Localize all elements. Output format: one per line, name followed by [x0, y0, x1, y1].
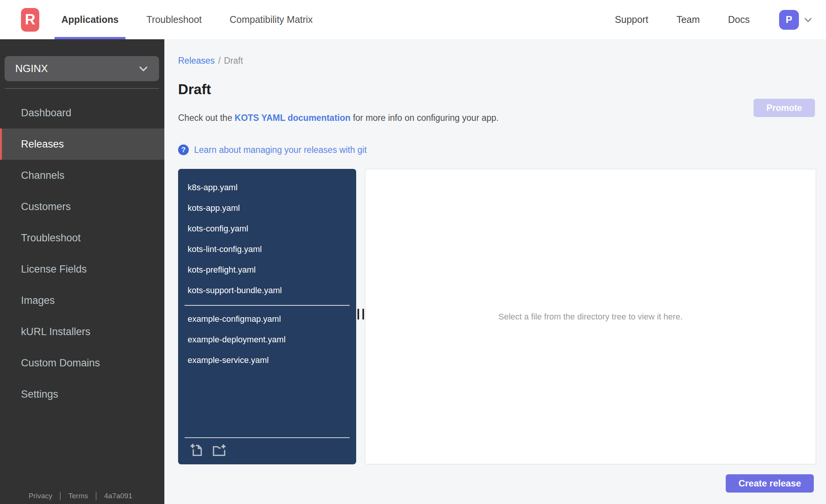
help-icon[interactable]: ?	[178, 144, 189, 155]
file-viewer-placeholder: Select a file from the directory tree to…	[498, 312, 683, 322]
primary-tabs: Applications Troubleshoot Compatibility …	[55, 0, 320, 39]
footer-separator	[96, 492, 96, 500]
terms-link[interactable]: Terms	[68, 492, 88, 500]
new-file-button[interactable]	[189, 443, 205, 459]
release-editor-panels: k8s-app.yaml kots-app.yaml kots-config.y…	[178, 169, 816, 464]
footer-separator	[60, 492, 61, 500]
file-item[interactable]: kots-config.yaml	[178, 218, 356, 239]
avatar-initial: P	[786, 14, 792, 26]
file-item[interactable]: kots-support-bundle.yaml	[178, 280, 356, 301]
tree-spacer	[178, 371, 356, 437]
create-release-button[interactable]: Create release	[726, 474, 814, 493]
resize-handle-bar	[357, 309, 359, 319]
sidebar-footer: Privacy Terms 4a7a091	[29, 492, 132, 500]
git-releases-help-link[interactable]: Learn about managing your releases with …	[194, 145, 367, 155]
resize-handle-bar	[362, 309, 364, 319]
nav-support[interactable]: Support	[615, 14, 648, 25]
nav-docs[interactable]: Docs	[728, 14, 750, 25]
chevron-down-icon[interactable]	[802, 14, 814, 26]
sidebar-item-customers[interactable]: Customers	[0, 191, 164, 222]
file-tree-panel: k8s-app.yaml kots-app.yaml kots-config.y…	[178, 169, 356, 464]
header-links: Support Team Docs	[615, 14, 750, 25]
tab-label: Compatibility Matrix	[230, 14, 313, 25]
sidebar-item-kurl-installers[interactable]: kURL Installers	[0, 316, 164, 347]
logo-letter: R	[25, 11, 35, 28]
sidebar-item-dashboard[interactable]: Dashboard	[0, 97, 164, 128]
breadcrumb-releases-link[interactable]: Releases	[178, 56, 215, 65]
file-item[interactable]: example-service.yaml	[178, 350, 356, 371]
page-title: Draft	[178, 81, 816, 98]
panel-gutter	[356, 169, 365, 464]
sidebar-item-channels[interactable]: Channels	[0, 160, 164, 191]
page-description: Check out the KOTS YAML documentation fo…	[178, 112, 816, 123]
build-hash: 4a7a091	[104, 492, 132, 500]
file-item[interactable]: kots-preflight.yaml	[178, 260, 356, 280]
file-group-divider	[185, 305, 350, 306]
kots-yaml-docs-link[interactable]: KOTS YAML documentation	[235, 113, 350, 123]
chevron-down-icon	[137, 62, 150, 75]
tab-label: Troubleshoot	[146, 14, 202, 25]
file-item[interactable]: example-deployment.yaml	[178, 329, 356, 350]
app-selector-dropdown[interactable]: NGINX	[5, 56, 159, 81]
description-suffix: for more info on configuring your app.	[350, 113, 499, 123]
app-sidebar: NGINX Dashboard Releases Channels Custom…	[0, 39, 164, 504]
tree-actions	[178, 438, 356, 464]
file-item[interactable]: kots-app.yaml	[178, 198, 356, 218]
breadcrumb-separator: /	[218, 56, 220, 65]
new-folder-button[interactable]	[211, 443, 227, 459]
git-help-row: ? Learn about managing your releases wit…	[178, 144, 816, 155]
privacy-link[interactable]: Privacy	[29, 492, 52, 500]
new-folder-icon	[211, 443, 227, 459]
replicated-logo[interactable]: R	[21, 8, 39, 32]
resize-handle[interactable]	[357, 309, 364, 319]
tab-applications[interactable]: Applications	[55, 0, 125, 39]
tab-troubleshoot[interactable]: Troubleshoot	[140, 0, 209, 39]
sidebar-item-troubleshoot[interactable]: Troubleshoot	[0, 222, 164, 254]
nav-team[interactable]: Team	[677, 14, 700, 25]
file-item[interactable]: k8s-app.yaml	[178, 177, 356, 198]
tab-compatibility-matrix[interactable]: Compatibility Matrix	[223, 0, 320, 39]
breadcrumb: Releases / Draft	[178, 39, 816, 65]
sidebar-item-settings[interactable]: Settings	[0, 379, 164, 410]
main-content: Releases / Draft Draft Promote Check out…	[164, 39, 826, 504]
sidebar-item-images[interactable]: Images	[0, 285, 164, 316]
sidebar-item-releases[interactable]: Releases	[0, 128, 164, 160]
sidebar-item-license-fields[interactable]: License Fields	[0, 254, 164, 285]
new-file-icon	[189, 443, 205, 459]
tab-label: Applications	[61, 14, 119, 25]
description-prefix: Check out the	[178, 113, 235, 123]
top-nav-bar: R Applications Troubleshoot Compatibilit…	[0, 0, 826, 39]
file-item[interactable]: kots-lint-config.yaml	[178, 239, 356, 260]
breadcrumb-current: Draft	[224, 56, 243, 65]
sidebar-menu: Dashboard Releases Channels Customers Tr…	[0, 97, 164, 410]
file-viewer-panel: Select a file from the directory tree to…	[365, 169, 816, 464]
sidebar-divider	[5, 88, 159, 89]
sidebar-item-custom-domains[interactable]: Custom Domains	[0, 347, 164, 379]
selected-app-name: NGINX	[15, 63, 48, 75]
promote-button[interactable]: Promote	[754, 99, 815, 117]
avatar[interactable]: P	[779, 10, 799, 30]
file-item[interactable]: example-configmap.yaml	[178, 309, 356, 329]
